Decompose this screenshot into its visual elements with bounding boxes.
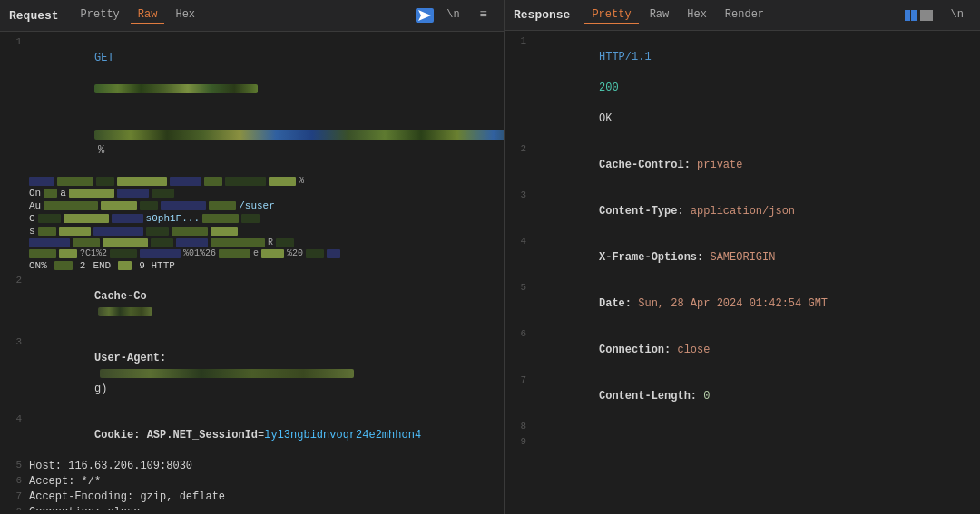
response-line-4: 4 X-Frame-Options: SAMEORIGIN xyxy=(505,235,980,281)
request-line-3: 3 User-Agent: g) xyxy=(0,335,504,412)
request-tab-actions: \n ≡ xyxy=(416,5,495,25)
request-content: 1 GET % xyxy=(0,32,504,514)
response-line-7: 7 Content-Length: 0 xyxy=(505,373,980,420)
svg-marker-0 xyxy=(418,10,431,21)
tab-response-hex[interactable]: Hex xyxy=(680,6,714,24)
response-line-2: 2 Cache-Control: private xyxy=(505,142,980,189)
request-blurred-block: % On a Au xyxy=(0,174,504,274)
response-line-1: 1 HTTP/1.1 200 OK xyxy=(505,34,980,142)
response-line-6: 6 Connection: close xyxy=(505,327,980,373)
request-line-4: 4 Cookie: ASP.NET_SessionId=lyl3ngbidnvo… xyxy=(0,412,504,459)
request-line-6: 6 Accept: */* xyxy=(0,474,504,490)
response-newline-toggle[interactable]: \n xyxy=(944,6,971,24)
tab-response-render[interactable]: Render xyxy=(718,6,771,24)
response-tab-actions: \n xyxy=(905,6,971,24)
request-line-7: 7 Accept-Encoding: gzip, deflate xyxy=(0,490,504,505)
request-line-5: 5 Host: 116.63.206.109:8030 xyxy=(0,459,504,474)
request-line-blurred-1: % xyxy=(0,112,504,174)
tab-request-pretty[interactable]: Pretty xyxy=(74,6,127,24)
layout-split-icon[interactable] xyxy=(920,10,933,21)
tab-request-raw[interactable]: Raw xyxy=(131,6,165,24)
response-title: Response xyxy=(514,8,570,22)
response-line-5: 5 Date: Sun, 28 Apr 2024 01:42:54 GMT xyxy=(505,281,980,327)
request-newline-toggle[interactable]: \n xyxy=(439,6,466,24)
response-line-8: 8 xyxy=(505,420,980,435)
response-header: Response Pretty Raw Hex Render xyxy=(505,0,980,31)
tab-response-pretty[interactable]: Pretty xyxy=(584,6,638,24)
request-title: Request xyxy=(9,9,59,23)
tab-request-hex[interactable]: Hex xyxy=(168,6,202,24)
request-code-area: 1 GET % xyxy=(0,35,504,510)
request-send-icon[interactable] xyxy=(416,8,434,23)
response-line-9: 9 xyxy=(505,435,980,451)
request-line-8: 8 Connection: close xyxy=(0,505,504,510)
request-line-2: 2 Cache-Co xyxy=(0,274,504,335)
request-panel: Request Pretty Raw Hex \n ≡ 1 GET xyxy=(0,0,505,514)
request-menu-icon[interactable]: ≡ xyxy=(473,5,495,25)
response-tab-bar: Pretty Raw Hex Render xyxy=(584,6,904,24)
request-tab-bar: Pretty Raw Hex xyxy=(74,6,416,24)
layout-grid-icon[interactable] xyxy=(905,10,917,21)
response-code-area: 1 HTTP/1.1 200 OK 2 Cache-Control: priva… xyxy=(505,34,980,510)
response-panel: Response Pretty Raw Hex Render xyxy=(505,0,980,514)
request-line-1: 1 GET xyxy=(0,35,504,112)
response-line-3: 3 Content-Type: application/json xyxy=(505,189,980,235)
tab-response-raw[interactable]: Raw xyxy=(642,6,677,24)
request-header: Request Pretty Raw Hex \n ≡ xyxy=(0,0,504,32)
response-content: 1 HTTP/1.1 200 OK 2 Cache-Control: priva… xyxy=(505,31,980,514)
